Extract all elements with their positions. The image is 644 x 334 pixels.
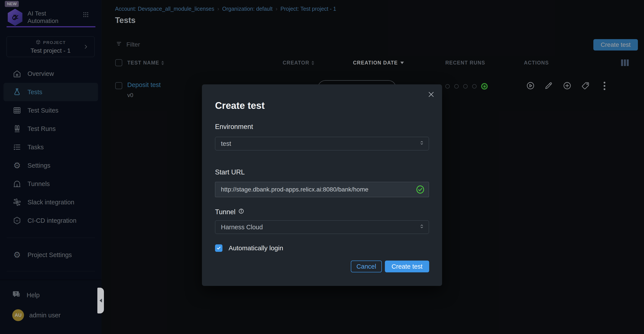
select-carets-icon	[419, 223, 425, 231]
environment-select[interactable]: test	[215, 137, 429, 150]
sidebar-collapse-handle[interactable]	[97, 288, 104, 313]
start-url-label: Start URL	[215, 168, 245, 176]
app-root: NEW AI Test Automation	[0, 0, 644, 334]
cancel-button[interactable]: Cancel	[351, 261, 382, 272]
modal-title: Create test	[215, 100, 264, 111]
modal-footer: Cancel Create test	[351, 261, 429, 272]
select-carets-icon	[419, 140, 425, 147]
start-url-input[interactable]	[215, 186, 416, 193]
collapse-arrow-icon	[100, 299, 102, 302]
close-icon[interactable]	[427, 90, 436, 99]
create-test-modal: Create test Environment test Start URL T…	[202, 84, 442, 286]
create-test-submit-button[interactable]: Create test	[385, 261, 429, 272]
environment-value: test	[221, 140, 231, 147]
info-icon[interactable]	[238, 208, 244, 216]
tunnel-label: Tunnel	[215, 208, 244, 216]
auto-login-label: Automatically login	[228, 244, 283, 252]
tunnel-value: Harness Cloud	[221, 224, 263, 231]
start-url-field	[215, 182, 429, 197]
auto-login-row: Automatically login	[215, 244, 283, 252]
tunnel-select[interactable]: Harness Cloud	[215, 220, 429, 234]
url-valid-check-icon	[416, 185, 425, 194]
environment-label: Environment	[215, 123, 253, 131]
auto-login-checkbox[interactable]	[215, 244, 222, 252]
